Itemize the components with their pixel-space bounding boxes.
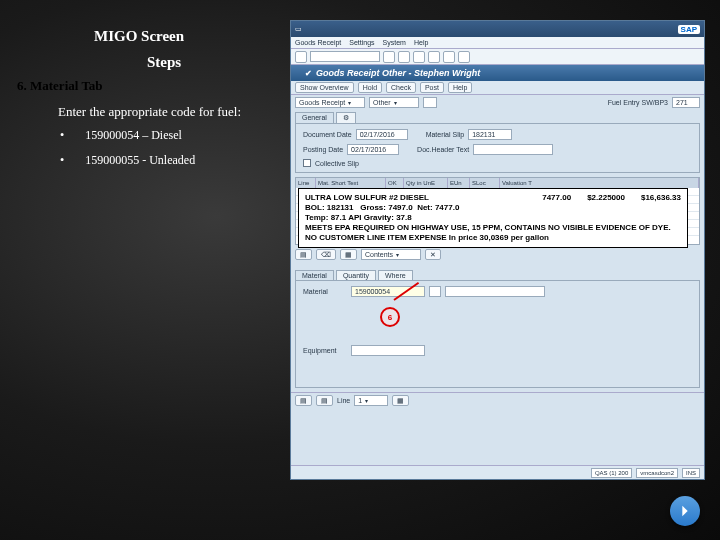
next-slide-button[interactable] — [670, 496, 700, 526]
collective-slip-label: Collective Slip — [315, 160, 359, 167]
slide-title: MIGO Screen — [94, 28, 184, 45]
back-icon[interactable] — [398, 51, 410, 63]
menu-item[interactable]: System — [383, 39, 406, 46]
callout-net: 7477.0 — [435, 203, 459, 212]
bullet-list: 159000054 – Diesel 159000055 - Unleaded — [60, 128, 195, 178]
material-slip-field[interactable]: 182131 — [468, 129, 512, 140]
check-button[interactable]: Check — [386, 82, 416, 93]
equipment-label: Equipment — [303, 347, 347, 354]
col-eun[interactable]: EUn — [448, 178, 470, 188]
sap-titlebar: ▭ SAP — [291, 21, 704, 37]
item-nav-button[interactable]: ▦ — [392, 395, 409, 406]
col-sloc[interactable]: SLoc — [470, 178, 500, 188]
hold-button[interactable]: Hold — [358, 82, 382, 93]
arrow-right-icon — [677, 503, 693, 519]
tab-quantity[interactable]: Quantity — [336, 270, 376, 280]
material-label: Material — [303, 288, 347, 295]
callout-bol-label: BOL: — [305, 203, 325, 212]
item-detail-panel: Material 159000054 Equipment 6 — [295, 280, 700, 388]
post-button[interactable]: Post — [420, 82, 444, 93]
tab-general[interactable]: General — [295, 112, 334, 123]
step-heading: 6. Material Tab — [17, 78, 103, 94]
slide-subtitle: Steps — [147, 54, 181, 71]
sap-logo: SAP — [678, 25, 700, 34]
posting-date-field[interactable]: 02/17/2016 — [347, 144, 399, 155]
callout-line3: MEETS EPA REQUIRED ON HIGHWAY USE, 15 PP… — [305, 223, 681, 233]
sap-window: ▭ SAP Goods Receipt Settings System Help… — [290, 20, 705, 480]
status-env: QAS (1) 200 — [591, 468, 632, 478]
col-qty[interactable]: Qty in UnE — [404, 178, 448, 188]
tab-material[interactable]: Material — [295, 270, 334, 280]
grid-tool-button[interactable]: ▤ — [295, 249, 312, 260]
menu-item[interactable]: Goods Receipt — [295, 39, 341, 46]
material-slip-label: Material Slip — [426, 131, 465, 138]
callout-line2: Temp: 87.1 API Gravity: 37.8 — [305, 213, 681, 223]
grid-tool-button[interactable]: ✕ — [425, 249, 441, 260]
collective-slip-checkbox[interactable] — [303, 159, 311, 167]
ok-icon[interactable] — [295, 51, 307, 63]
callout-net-label: Net: — [417, 203, 433, 212]
callout-line4: NO CUSTOMER LINE ITEM EXPENSE In price 3… — [305, 233, 681, 243]
item-nav-button[interactable]: ▤ — [295, 395, 312, 406]
callout-gross: 7497.0 — [388, 203, 412, 212]
posting-date-label: Posting Date — [303, 146, 343, 153]
callout-price: $2.225000 — [587, 193, 625, 203]
status-ins: INS — [682, 468, 700, 478]
line-dropdown[interactable]: 1 — [354, 395, 388, 406]
command-field[interactable] — [310, 51, 380, 62]
grid-tool-button[interactable]: ▦ — [340, 249, 357, 260]
window-sys-icon: ▭ — [295, 25, 302, 33]
sap-menubar: Goods Receipt Settings System Help — [291, 37, 704, 49]
print-icon[interactable] — [443, 51, 455, 63]
material-search-button[interactable] — [429, 286, 441, 297]
movement-type-field[interactable]: 271 — [672, 97, 700, 108]
bullet-item: 159000054 – Diesel — [85, 128, 182, 142]
menu-item[interactable]: Help — [414, 39, 428, 46]
grid-tool-button[interactable]: ⌫ — [316, 249, 336, 260]
tab-other[interactable]: ⚙ — [336, 112, 356, 123]
ref-search-button[interactable] — [423, 97, 437, 108]
material-field[interactable]: 159000054 — [351, 286, 425, 297]
col-valuation[interactable]: Valuation T — [500, 178, 699, 188]
ref-dropdown[interactable]: Other — [369, 97, 419, 108]
line-label: Line — [337, 397, 350, 404]
material-desc-field[interactable] — [445, 286, 545, 297]
screen-title: Goods Receipt Other - Stephen Wright — [291, 65, 704, 81]
item-nav-button[interactable]: ▤ — [316, 395, 333, 406]
status-host: vmcasdcon2 — [636, 468, 678, 478]
callout-gross-label: Gross: — [360, 203, 386, 212]
pointer-marker: 6 — [380, 307, 400, 327]
callout-qty: 7477.00 — [542, 193, 571, 203]
instruction-text: Enter the appropriate code for fuel: — [58, 104, 241, 120]
doc-header-field[interactable] — [473, 144, 553, 155]
contents-dropdown[interactable]: Contents — [361, 249, 421, 260]
col-ok[interactable]: OK — [386, 178, 404, 188]
action-dropdown[interactable]: Goods Receipt — [295, 97, 365, 108]
sap-iconbar — [291, 49, 704, 65]
app-toolbar: Show Overview Hold Check Post Help — [291, 81, 704, 95]
exit-icon[interactable] — [413, 51, 425, 63]
callout-total: $16,636.33 — [641, 193, 681, 203]
help-button[interactable]: Help — [448, 82, 472, 93]
fuel-entry-label: Fuel Entry SW/BP3 — [608, 99, 668, 106]
tab-where[interactable]: Where — [378, 270, 413, 280]
cancel-icon[interactable] — [428, 51, 440, 63]
show-overview-button[interactable]: Show Overview — [295, 82, 354, 93]
menu-item[interactable]: Settings — [349, 39, 374, 46]
save-icon[interactable] — [383, 51, 395, 63]
find-icon[interactable] — [458, 51, 470, 63]
col-mat-text[interactable]: Mat. Short Text — [316, 178, 386, 188]
equipment-field[interactable] — [351, 345, 425, 356]
col-line[interactable]: Line — [296, 178, 316, 188]
header-panel: Document Date 02/17/2016 Material Slip 1… — [295, 123, 700, 173]
callout-bol: 182131 — [327, 203, 354, 212]
bullet-item: 159000055 - Unleaded — [85, 153, 195, 167]
doc-header-label: Doc.Header Text — [417, 146, 469, 153]
status-bar: QAS (1) 200 vmcasdcon2 INS — [291, 465, 704, 479]
doc-date-field[interactable]: 02/17/2016 — [356, 129, 408, 140]
doc-date-label: Document Date — [303, 131, 352, 138]
invoice-callout: 7477.00 $2.225000 $16,636.33 ULTRA LOW S… — [298, 188, 688, 248]
sap-content: Goods Receipt Other Fuel Entry SW/BP3 27… — [291, 95, 704, 465]
